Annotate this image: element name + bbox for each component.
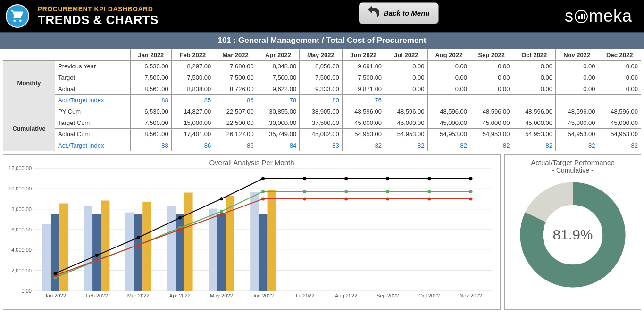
header-bar: PROCUREMENT KPI DASHBOARD TRENDS & CHART…: [0, 0, 644, 32]
cell: 45,000.00: [555, 117, 598, 129]
svg-rect-34: [268, 190, 276, 291]
svg-point-52: [95, 259, 99, 262]
cell: 48,596.00: [598, 106, 641, 117]
shopping-cart-icon: [6, 4, 29, 28]
cell: 9,691.00: [342, 61, 385, 72]
back-button-label: Back to Menu: [384, 9, 430, 17]
group-label: Cumulative: [3, 106, 55, 151]
svg-point-65: [178, 216, 182, 220]
cell: 35,749.00: [257, 129, 299, 140]
svg-text:Apr 2022: Apr 2022: [169, 293, 191, 298]
cell: 0.00: [555, 61, 598, 72]
y-tick-label: 4,000.00: [11, 247, 32, 253]
cell: 0.00: [385, 72, 427, 83]
svg-text:Sep 2022: Sep 2022: [376, 293, 399, 298]
table-row: Act./Target Index88868684838282828282828…: [3, 140, 641, 151]
cell: 0.00: [555, 83, 598, 95]
cell: 0.00: [513, 72, 555, 83]
svg-rect-21: [176, 214, 184, 291]
charts-area: Overall Analysis Per Month 0.002,000.004…: [0, 151, 644, 313]
back-to-menu-button[interactable]: Back to Menu: [359, 2, 439, 24]
svg-text:Jul 2022: Jul 2022: [295, 293, 315, 298]
table-row: Target7,500.007,500.007,500.007,500.007,…: [3, 72, 641, 83]
cell: 54,953.00: [555, 129, 598, 140]
cell: 7,500.00: [214, 72, 257, 83]
svg-rect-10: [167, 206, 176, 291]
svg-point-69: [344, 177, 348, 180]
col-header: Nov 2022: [555, 50, 598, 61]
col-header: Sep 2022: [470, 50, 513, 61]
cell: 85: [171, 95, 214, 106]
cell: 88: [131, 95, 172, 106]
svg-point-50: [469, 190, 472, 193]
cell: 15,000.00: [171, 117, 214, 129]
svg-rect-31: [142, 202, 151, 291]
cell: [555, 95, 598, 106]
svg-rect-19: [92, 214, 101, 291]
svg-point-59: [386, 198, 389, 201]
cell: 48,596.00: [470, 106, 513, 117]
dashboard-title: PROCUREMENT KPI DASHBOARD: [38, 5, 159, 13]
cell: 7,500.00: [300, 72, 342, 83]
svg-text:Jun 2022: Jun 2022: [252, 293, 274, 298]
cell: 84: [257, 140, 299, 151]
cell: [470, 95, 513, 106]
donut-title: Actual/Target Performance: [531, 158, 615, 166]
cell: 0.00: [513, 61, 555, 72]
row-label: Actual Cum: [55, 129, 131, 140]
col-header: May 2022: [300, 50, 342, 61]
cell: 45,000.00: [470, 117, 513, 129]
svg-point-67: [261, 177, 265, 180]
cell: 0.00: [470, 83, 513, 95]
row-label: PY Cum: [55, 106, 131, 117]
svg-text:Feb 2022: Feb 2022: [86, 293, 108, 298]
cell: 82: [342, 140, 385, 151]
svg-point-44: [220, 210, 223, 213]
table-row: Target Cum7,500.0015,000.0022,500.0030,0…: [3, 117, 641, 129]
table-header-row: Jan 2022 Feb 2022 Mar 2022 Apr 2022 May …: [3, 50, 641, 61]
cell: 7,680.00: [214, 61, 257, 72]
svg-rect-12: [250, 192, 259, 291]
cell: 45,000.00: [427, 117, 470, 129]
cell: 48,596.00: [555, 106, 598, 117]
cell: 0.00: [427, 61, 470, 72]
col-header: Oct 2022: [513, 50, 555, 61]
cell: 82: [385, 140, 427, 151]
svg-rect-22: [217, 214, 226, 291]
chart-icon: [575, 10, 588, 23]
donut-subtitle: - Cumulative -: [552, 166, 593, 174]
cell: 0.00: [513, 83, 555, 95]
svg-rect-23: [259, 214, 267, 291]
svg-point-46: [303, 190, 306, 193]
cell: 86: [214, 95, 257, 106]
svg-text:Nov 2022: Nov 2022: [460, 293, 482, 298]
y-tick-label: 6,000.00: [11, 227, 32, 232]
cell: 82: [598, 140, 641, 151]
svg-rect-11: [209, 209, 217, 291]
svg-point-62: [54, 272, 57, 275]
cell: 6,530.00: [131, 106, 172, 117]
cell: 54,953.00: [342, 129, 385, 140]
cell: 0.00: [385, 83, 427, 95]
cell: [427, 95, 470, 106]
cell: 22,507.00: [214, 106, 257, 117]
row-label: Target Cum: [55, 117, 131, 129]
kpi-section-title: 101 : General Management / Total Cost of…: [0, 32, 644, 49]
cell: 22,500.00: [214, 117, 257, 129]
cell: 54,953.00: [513, 129, 555, 140]
cell: 0.00: [555, 72, 598, 83]
col-header: Aug 2022: [427, 50, 470, 61]
col-header: Jul 2022: [385, 50, 427, 61]
cell: 54,953.00: [470, 129, 513, 140]
cell: 8,838.00: [171, 83, 214, 95]
cell: 80: [300, 95, 342, 106]
donut-value: 81.9%: [552, 227, 593, 243]
cell: 54,953.00: [598, 129, 641, 140]
svg-text:May 2022: May 2022: [210, 293, 233, 298]
cell: 0.00: [598, 72, 641, 83]
svg-point-48: [386, 190, 389, 193]
col-header: Dec 2022: [598, 50, 641, 61]
performance-donut-chart: Actual/Target Performance - Cumulative -…: [504, 154, 641, 310]
svg-point-54: [178, 228, 182, 231]
overall-analysis-chart: Overall Analysis Per Month 0.002,000.004…: [3, 154, 501, 310]
